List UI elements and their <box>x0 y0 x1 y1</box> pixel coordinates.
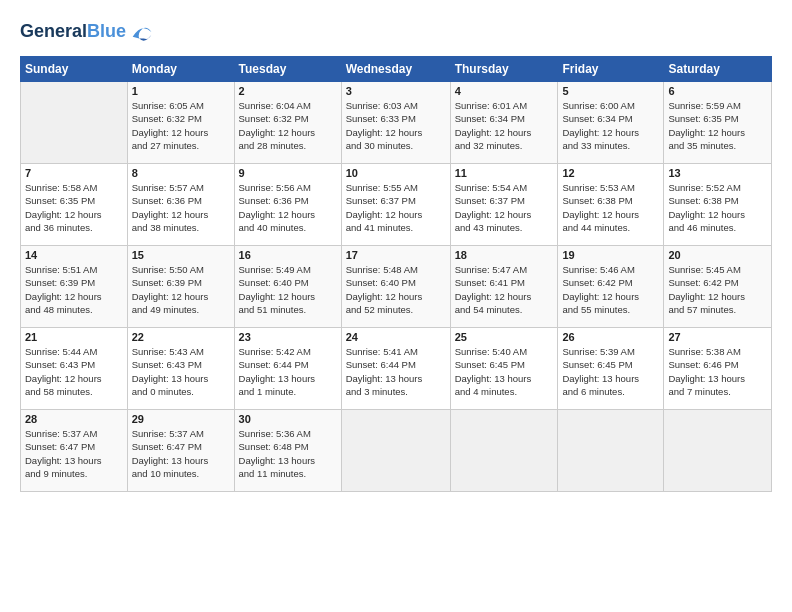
day-number: 8 <box>132 167 230 179</box>
calendar-cell: 26Sunrise: 5:39 AM Sunset: 6:45 PM Dayli… <box>558 328 664 410</box>
calendar-cell: 28Sunrise: 5:37 AM Sunset: 6:47 PM Dayli… <box>21 410 128 492</box>
day-number: 14 <box>25 249 123 261</box>
day-number: 21 <box>25 331 123 343</box>
calendar-week-row: 7Sunrise: 5:58 AM Sunset: 6:35 PM Daylig… <box>21 164 772 246</box>
calendar-cell: 14Sunrise: 5:51 AM Sunset: 6:39 PM Dayli… <box>21 246 128 328</box>
weekday-header: Friday <box>558 57 664 82</box>
day-number: 4 <box>455 85 554 97</box>
day-number: 25 <box>455 331 554 343</box>
calendar-cell: 1Sunrise: 6:05 AM Sunset: 6:32 PM Daylig… <box>127 82 234 164</box>
logo-icon <box>128 18 156 46</box>
day-number: 3 <box>346 85 446 97</box>
day-info: Sunrise: 5:54 AM Sunset: 6:37 PM Dayligh… <box>455 181 554 234</box>
calendar-cell: 7Sunrise: 5:58 AM Sunset: 6:35 PM Daylig… <box>21 164 128 246</box>
calendar-cell: 11Sunrise: 5:54 AM Sunset: 6:37 PM Dayli… <box>450 164 558 246</box>
day-info: Sunrise: 5:59 AM Sunset: 6:35 PM Dayligh… <box>668 99 767 152</box>
logo: GeneralBlue <box>20 18 156 46</box>
day-info: Sunrise: 6:05 AM Sunset: 6:32 PM Dayligh… <box>132 99 230 152</box>
day-info: Sunrise: 5:36 AM Sunset: 6:48 PM Dayligh… <box>239 427 337 480</box>
calendar-header-row: SundayMondayTuesdayWednesdayThursdayFrid… <box>21 57 772 82</box>
calendar-cell: 15Sunrise: 5:50 AM Sunset: 6:39 PM Dayli… <box>127 246 234 328</box>
calendar-cell: 20Sunrise: 5:45 AM Sunset: 6:42 PM Dayli… <box>664 246 772 328</box>
calendar-week-row: 28Sunrise: 5:37 AM Sunset: 6:47 PM Dayli… <box>21 410 772 492</box>
day-number: 13 <box>668 167 767 179</box>
day-number: 11 <box>455 167 554 179</box>
day-number: 17 <box>346 249 446 261</box>
day-info: Sunrise: 5:46 AM Sunset: 6:42 PM Dayligh… <box>562 263 659 316</box>
day-info: Sunrise: 6:01 AM Sunset: 6:34 PM Dayligh… <box>455 99 554 152</box>
day-info: Sunrise: 5:44 AM Sunset: 6:43 PM Dayligh… <box>25 345 123 398</box>
day-info: Sunrise: 5:55 AM Sunset: 6:37 PM Dayligh… <box>346 181 446 234</box>
calendar-cell: 8Sunrise: 5:57 AM Sunset: 6:36 PM Daylig… <box>127 164 234 246</box>
day-number: 10 <box>346 167 446 179</box>
day-number: 18 <box>455 249 554 261</box>
calendar-cell: 13Sunrise: 5:52 AM Sunset: 6:38 PM Dayli… <box>664 164 772 246</box>
calendar-cell: 30Sunrise: 5:36 AM Sunset: 6:48 PM Dayli… <box>234 410 341 492</box>
day-number: 29 <box>132 413 230 425</box>
calendar-cell: 2Sunrise: 6:04 AM Sunset: 6:32 PM Daylig… <box>234 82 341 164</box>
weekday-header: Sunday <box>21 57 128 82</box>
calendar-cell: 21Sunrise: 5:44 AM Sunset: 6:43 PM Dayli… <box>21 328 128 410</box>
day-info: Sunrise: 6:00 AM Sunset: 6:34 PM Dayligh… <box>562 99 659 152</box>
calendar-cell: 25Sunrise: 5:40 AM Sunset: 6:45 PM Dayli… <box>450 328 558 410</box>
day-info: Sunrise: 5:51 AM Sunset: 6:39 PM Dayligh… <box>25 263 123 316</box>
calendar-cell: 16Sunrise: 5:49 AM Sunset: 6:40 PM Dayli… <box>234 246 341 328</box>
weekday-header: Thursday <box>450 57 558 82</box>
calendar-cell: 17Sunrise: 5:48 AM Sunset: 6:40 PM Dayli… <box>341 246 450 328</box>
day-info: Sunrise: 5:52 AM Sunset: 6:38 PM Dayligh… <box>668 181 767 234</box>
calendar-cell <box>664 410 772 492</box>
calendar-cell: 27Sunrise: 5:38 AM Sunset: 6:46 PM Dayli… <box>664 328 772 410</box>
calendar-cell <box>341 410 450 492</box>
calendar-cell: 12Sunrise: 5:53 AM Sunset: 6:38 PM Dayli… <box>558 164 664 246</box>
day-info: Sunrise: 5:43 AM Sunset: 6:43 PM Dayligh… <box>132 345 230 398</box>
day-number: 5 <box>562 85 659 97</box>
calendar-cell: 4Sunrise: 6:01 AM Sunset: 6:34 PM Daylig… <box>450 82 558 164</box>
day-info: Sunrise: 5:49 AM Sunset: 6:40 PM Dayligh… <box>239 263 337 316</box>
day-number: 27 <box>668 331 767 343</box>
calendar-week-row: 21Sunrise: 5:44 AM Sunset: 6:43 PM Dayli… <box>21 328 772 410</box>
page-header: GeneralBlue <box>20 18 772 46</box>
day-number: 22 <box>132 331 230 343</box>
day-number: 26 <box>562 331 659 343</box>
day-info: Sunrise: 5:47 AM Sunset: 6:41 PM Dayligh… <box>455 263 554 316</box>
calendar-cell: 19Sunrise: 5:46 AM Sunset: 6:42 PM Dayli… <box>558 246 664 328</box>
day-info: Sunrise: 5:56 AM Sunset: 6:36 PM Dayligh… <box>239 181 337 234</box>
weekday-header: Tuesday <box>234 57 341 82</box>
day-number: 28 <box>25 413 123 425</box>
day-info: Sunrise: 5:41 AM Sunset: 6:44 PM Dayligh… <box>346 345 446 398</box>
day-number: 1 <box>132 85 230 97</box>
day-info: Sunrise: 5:42 AM Sunset: 6:44 PM Dayligh… <box>239 345 337 398</box>
calendar-cell <box>558 410 664 492</box>
calendar-cell: 18Sunrise: 5:47 AM Sunset: 6:41 PM Dayli… <box>450 246 558 328</box>
day-number: 9 <box>239 167 337 179</box>
day-info: Sunrise: 5:53 AM Sunset: 6:38 PM Dayligh… <box>562 181 659 234</box>
day-info: Sunrise: 5:37 AM Sunset: 6:47 PM Dayligh… <box>25 427 123 480</box>
day-info: Sunrise: 5:58 AM Sunset: 6:35 PM Dayligh… <box>25 181 123 234</box>
calendar-cell: 6Sunrise: 5:59 AM Sunset: 6:35 PM Daylig… <box>664 82 772 164</box>
calendar-week-row: 1Sunrise: 6:05 AM Sunset: 6:32 PM Daylig… <box>21 82 772 164</box>
day-number: 20 <box>668 249 767 261</box>
day-number: 12 <box>562 167 659 179</box>
weekday-header: Saturday <box>664 57 772 82</box>
calendar-cell: 23Sunrise: 5:42 AM Sunset: 6:44 PM Dayli… <box>234 328 341 410</box>
logo-text: GeneralBlue <box>20 22 126 42</box>
day-number: 19 <box>562 249 659 261</box>
weekday-header: Monday <box>127 57 234 82</box>
day-number: 16 <box>239 249 337 261</box>
day-number: 23 <box>239 331 337 343</box>
calendar-cell: 22Sunrise: 5:43 AM Sunset: 6:43 PM Dayli… <box>127 328 234 410</box>
calendar-cell <box>450 410 558 492</box>
day-info: Sunrise: 5:40 AM Sunset: 6:45 PM Dayligh… <box>455 345 554 398</box>
day-number: 7 <box>25 167 123 179</box>
day-info: Sunrise: 6:04 AM Sunset: 6:32 PM Dayligh… <box>239 99 337 152</box>
day-info: Sunrise: 5:45 AM Sunset: 6:42 PM Dayligh… <box>668 263 767 316</box>
weekday-header: Wednesday <box>341 57 450 82</box>
calendar-cell: 3Sunrise: 6:03 AM Sunset: 6:33 PM Daylig… <box>341 82 450 164</box>
calendar-cell: 29Sunrise: 5:37 AM Sunset: 6:47 PM Dayli… <box>127 410 234 492</box>
day-info: Sunrise: 5:39 AM Sunset: 6:45 PM Dayligh… <box>562 345 659 398</box>
calendar-cell <box>21 82 128 164</box>
day-number: 24 <box>346 331 446 343</box>
calendar-cell: 9Sunrise: 5:56 AM Sunset: 6:36 PM Daylig… <box>234 164 341 246</box>
calendar-cell: 10Sunrise: 5:55 AM Sunset: 6:37 PM Dayli… <box>341 164 450 246</box>
day-number: 6 <box>668 85 767 97</box>
